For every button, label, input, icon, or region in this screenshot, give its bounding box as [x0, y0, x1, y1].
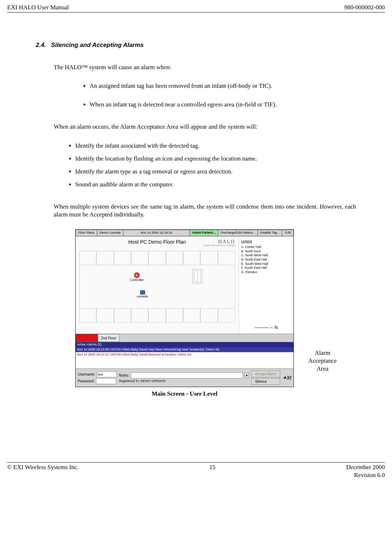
occurs-list: Identify the infant associated with the …: [54, 142, 356, 189]
discharge-patient-button[interactable]: Discharge/Edit Patient...: [218, 230, 258, 236]
header-right: 980-000002-000: [344, 4, 385, 11]
legend-item: C. North West Hall: [241, 253, 291, 258]
alarm-blank-area: [76, 358, 293, 368]
disable-tag-button[interactable]: Disable Tag...: [258, 230, 282, 236]
page-footer: © EXI Wireless Systems Inc. 15 December …: [7, 462, 385, 479]
section-heading: 2.4. Silencing and Accepting Alarms: [36, 41, 356, 49]
door-icon: [192, 269, 202, 284]
alarm-row[interactable]: Nov 14 2000 16:12:21 C02725 Infant Baby …: [76, 352, 293, 358]
floor-plans-button[interactable]: Floor Plans: [76, 230, 97, 236]
version-label: 3.05: [282, 230, 293, 236]
ss-toolbar: Floor Plans Demo Console Nov 14 2000 16:…: [76, 230, 293, 237]
cause-bullet: When an infant tag is detected near a co…: [90, 101, 356, 109]
figure-column: Floor Plans Demo Console Nov 14 2000 16:…: [75, 229, 294, 398]
footer-page-number: 15: [209, 463, 215, 479]
demo-console-button[interactable]: Demo Console: [97, 230, 124, 236]
username-label: Username:: [78, 372, 95, 377]
figure-wrap: Floor Plans Demo Console Nov 14 2000 16:…: [54, 229, 356, 398]
dropdown-icon[interactable]: ▾: [244, 373, 249, 378]
occurs-bullet: Sound an audible alarm at the computer.: [75, 181, 356, 189]
page-header: EXI HALO User Manual 980-000002-000: [7, 4, 385, 13]
occurs-bullet: Identify the alarm type as a tag removal…: [75, 168, 356, 176]
figure-caption: Main Screen - User Level: [75, 390, 294, 398]
alarm-area-annotation: Alarm Acceptance Area: [305, 349, 340, 373]
silence-button[interactable]: Silence: [251, 378, 280, 385]
grid-bottom: [79, 308, 235, 323]
button-col: Accept Alarm Silence: [251, 371, 280, 385]
legend-title: Legend: [241, 239, 291, 244]
toolbar-datetime: Nov 14 2000 16:19:24: [123, 230, 190, 236]
alarm-row[interactable]: Nov 14 2000 16:12:58 C02725 Infant Baby …: [76, 347, 293, 353]
tab-2nd-floor[interactable]: 2nd Floor: [98, 334, 119, 342]
password-label: Password:: [78, 379, 95, 383]
halo-logo-subtitle: INFANT PROTECTION SYSTEM: [203, 244, 235, 247]
embedded-screenshot: Floor Plans Demo Console Nov 14 2000 16:…: [75, 229, 294, 387]
ss-main: Host PC Demo Floor Plan HALO INFANT PROT…: [76, 237, 293, 334]
body-indent: The HALO™ system will cause an alarm whe…: [36, 63, 356, 398]
section-number: 2.4.: [36, 42, 46, 48]
room-outline: A Controller console: [79, 251, 235, 330]
footer-revision: Revision 6.0: [354, 472, 385, 478]
content-area: 2.4. Silencing and Accepting Alarms The …: [7, 41, 385, 398]
console-icon: console: [137, 290, 148, 299]
notes-col: Notes: ▾ Registered To: DEMO VERSION: [119, 372, 249, 383]
cause-list: An assigned infant tag has been removed …: [54, 82, 356, 109]
controller-icon: A Controller: [130, 272, 144, 282]
footer-left: © EXI Wireless Systems Inc.: [7, 463, 78, 479]
occurs-bullet: Identify the infant associated with the …: [75, 142, 356, 150]
exi-logo: ✦XI: [282, 375, 291, 381]
grid-top: [79, 251, 235, 265]
accept-alarm-button[interactable]: Accept Alarm: [251, 371, 280, 377]
north-arrow: ———→ N: [241, 325, 291, 331]
header-left: EXI HALO User Manual: [7, 4, 69, 11]
tab-1st-floor[interactable]: 1st Floor: [76, 334, 98, 342]
bottom-bar: Username: Password: Notes:: [76, 368, 293, 387]
multiple-para: When multiple system devices see the sam…: [54, 203, 356, 219]
notes-label: Notes:: [119, 373, 129, 378]
login-col: Username: Password:: [78, 371, 117, 384]
grid-center: A Controller console: [79, 265, 235, 308]
footer-date: December 2000: [346, 464, 385, 471]
footer-right: December 2000 Revision 6.0: [346, 463, 385, 479]
legend-item: F. South East Hall: [241, 266, 291, 270]
active-alarms-header: Active Alarms (2): [76, 342, 293, 347]
cause-bullet: An assigned infant tag has been removed …: [90, 82, 356, 90]
intro-para: The HALO™ system will cause an alarm whe…: [54, 63, 356, 71]
legend-item: D. North East Hall: [241, 258, 291, 262]
floor-tabs: 1st Floor 2nd Floor: [76, 334, 293, 342]
registered-to-label: Registered To: DEMO VERSION: [119, 379, 249, 383]
password-input[interactable]: [96, 378, 116, 384]
section-title: Silencing and Accepting Alarms: [51, 42, 144, 48]
legend-item: G. Elevator: [241, 270, 291, 275]
occurs-intro: When an alarm occurs, the Alarm Acceptan…: [54, 123, 356, 131]
occurs-bullet: Identify the location by flashing an ico…: [75, 155, 356, 163]
notes-input[interactable]: [131, 372, 243, 378]
username-input[interactable]: [97, 371, 117, 377]
legend-item: A. Center Hall: [241, 245, 291, 249]
controller-label: Controller: [130, 278, 144, 282]
legend-body: Legend A. Center Hall B. North Door C. N…: [241, 239, 291, 275]
legend-panel: Legend A. Center Hall B. North Door C. N…: [239, 237, 293, 334]
admit-patient-button[interactable]: Admit Patient...: [190, 230, 218, 236]
legend-item: B. North Door: [241, 249, 291, 254]
floor-plan-area: Host PC Demo Floor Plan HALO INFANT PROT…: [76, 237, 239, 334]
legend-item: E. South West Hall: [241, 262, 291, 266]
console-label: console: [137, 295, 148, 299]
alarm-acceptance-area: Active Alarms (2) Nov 14 2000 16:12:58 C…: [76, 342, 293, 368]
